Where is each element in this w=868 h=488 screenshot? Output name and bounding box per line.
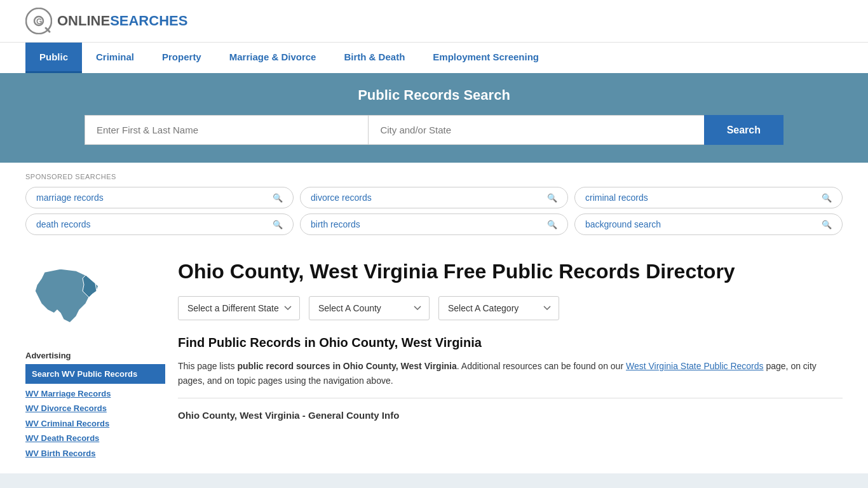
page-title: Ohio County, West Virginia Free Public R… <box>178 259 843 283</box>
west-virginia-map <box>25 259 108 336</box>
sidebar-link-divorce[interactable]: WV Divorce Records <box>25 401 165 416</box>
nav-item-property[interactable]: Property <box>148 43 215 73</box>
city-input[interactable] <box>368 115 703 145</box>
county-dropdown[interactable]: Select A County <box>309 296 430 320</box>
nav-item-marriage-divorce[interactable]: Marriage & Divorce <box>215 43 330 73</box>
search-form: Search <box>85 115 783 145</box>
logo-icon: G <box>25 8 52 34</box>
sponsored-item-death[interactable]: death records 🔍 <box>25 214 294 235</box>
sponsored-item-marriage[interactable]: marriage records 🔍 <box>25 187 294 208</box>
nav-item-criminal[interactable]: Criminal <box>82 43 148 73</box>
sponsored-item-birth[interactable]: birth records 🔍 <box>300 214 568 235</box>
sponsored-item-label: birth records <box>311 219 360 229</box>
sponsored-item-label: background search <box>585 219 661 229</box>
sidebar: Advertising Search WV Public Records WV … <box>25 259 165 461</box>
search-icon: 🔍 <box>273 193 283 203</box>
general-info-title: Ohio County, West Virginia - General Cou… <box>178 405 843 421</box>
sponsored-label: SPONSORED SEARCHES <box>25 173 843 180</box>
logo[interactable]: G ONLINESEARCHES <box>25 8 187 34</box>
sidebar-link-marriage[interactable]: WV Marriage Records <box>25 386 165 401</box>
search-icon: 🔍 <box>822 220 832 229</box>
sponsored-grid-row1: marriage records 🔍 divorce records 🔍 cri… <box>25 187 843 208</box>
search-banner: Public Records Search Search <box>0 73 868 163</box>
search-banner-title: Public Records Search <box>25 87 843 104</box>
search-button[interactable]: Search <box>704 115 783 145</box>
main-content: SPONSORED SEARCHES marriage records 🔍 di… <box>0 163 868 473</box>
name-input[interactable] <box>85 115 368 145</box>
find-description: This page lists public record sources in… <box>178 359 843 388</box>
ad-highlight[interactable]: Search WV Public Records <box>25 364 165 384</box>
header: G ONLINESEARCHES <box>0 0 868 42</box>
sponsored-item-label: marriage records <box>36 193 104 203</box>
wv-map <box>25 259 165 338</box>
search-icon: 🔍 <box>273 220 283 229</box>
logo-text: ONLINESEARCHES <box>57 13 187 29</box>
search-icon: 🔍 <box>822 193 832 203</box>
search-icon: 🔍 <box>547 193 557 203</box>
sponsored-item-background[interactable]: background search 🔍 <box>574 214 843 235</box>
sponsored-item-criminal[interactable]: criminal records 🔍 <box>574 187 843 208</box>
nav-item-employment[interactable]: Employment Screening <box>419 43 553 73</box>
find-records-title: Find Public Records in Ohio County, West… <box>178 336 843 350</box>
sponsored-item-label: death records <box>36 219 91 229</box>
nav-item-public[interactable]: Public <box>25 43 82 73</box>
category-dropdown[interactable]: Select A Category <box>438 296 559 320</box>
page-body: Advertising Search WV Public Records WV … <box>0 247 868 473</box>
find-desc-start: This page lists <box>178 361 237 371</box>
svg-text:G: G <box>36 17 42 26</box>
sponsored-item-divorce[interactable]: divorce records 🔍 <box>300 187 568 208</box>
sidebar-link-birth[interactable]: WV Birth Records <box>25 446 165 461</box>
wv-records-link[interactable]: West Virginia State Public Records <box>626 361 764 371</box>
sponsored-item-label: divorce records <box>311 193 372 203</box>
nav-item-birth-death[interactable]: Birth & Death <box>330 43 419 73</box>
search-icon: 🔍 <box>547 220 557 229</box>
section-divider <box>178 398 843 398</box>
sponsored-item-label: criminal records <box>585 193 648 203</box>
main-nav: Public Criminal Property Marriage & Divo… <box>0 42 868 73</box>
main-area: Ohio County, West Virginia Free Public R… <box>178 259 843 461</box>
find-desc-bold: public record sources in Ohio County, We… <box>237 361 456 371</box>
sidebar-link-criminal[interactable]: WV Criminal Records <box>25 416 165 431</box>
state-dropdown[interactable]: Select a Different State <box>178 296 300 320</box>
advertising-label: Advertising <box>25 351 165 360</box>
sponsored-grid-row2: death records 🔍 birth records 🔍 backgrou… <box>25 214 843 235</box>
sponsored-section: SPONSORED SEARCHES marriage records 🔍 di… <box>0 163 868 247</box>
sidebar-link-death[interactable]: WV Death Records <box>25 431 165 445</box>
find-desc-mid: . Additional resources can be found on o… <box>457 361 626 371</box>
dropdowns-row: Select a Different State Select A County… <box>178 296 843 320</box>
